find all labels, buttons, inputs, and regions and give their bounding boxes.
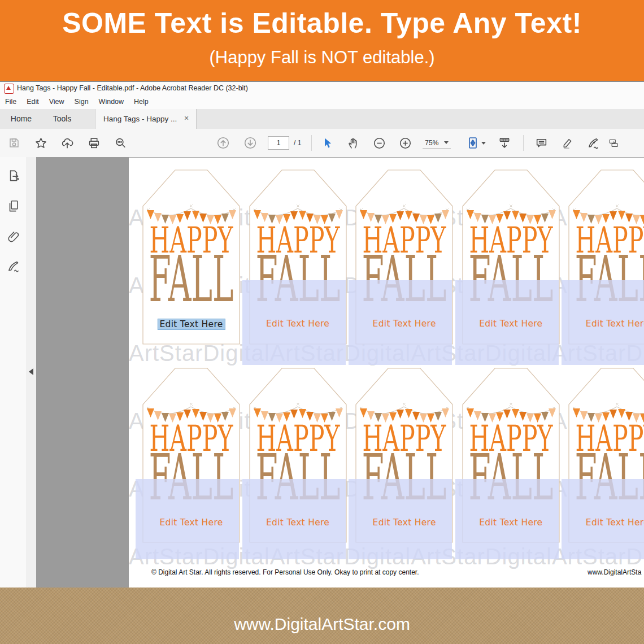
bottom-banner: www.DigitalArtStar.com [0, 588, 644, 644]
stamp-button[interactable] [608, 133, 620, 153]
title-bar: Hang Tags - Happy Fall - Editable.pdf - … [0, 82, 644, 95]
page-total-label: / 1 [294, 139, 301, 147]
zoom-in-button[interactable] [395, 133, 415, 153]
export-pdf-button[interactable] [6, 168, 21, 183]
left-tool-rail [0, 157, 27, 588]
main-toolbar: / 1 75% [0, 129, 644, 158]
menu-item-sign[interactable]: Sign [69, 95, 94, 106]
highlight-button[interactable] [558, 133, 577, 153]
comment-button[interactable] [532, 133, 551, 153]
bottom-banner-url: www.DigitalArtStar.com [0, 615, 644, 634]
editable-field-selected-text[interactable]: Edit Text Here [157, 319, 225, 330]
page-footer-url: www.DigitalArtSta [588, 568, 644, 576]
highlight-icon [561, 137, 574, 150]
tag-word-fall: FALL [149, 242, 234, 316]
previous-page-button[interactable] [214, 133, 233, 153]
tab-bar: Home Tools Hang Tags - Happy ... × [0, 109, 644, 129]
save-icon [8, 137, 20, 149]
editable-field-text[interactable]: Edit Text Here [479, 319, 542, 329]
copy-pages-icon [6, 199, 21, 214]
export-pdf-icon [6, 168, 21, 183]
editable-field-text[interactable]: Edit Text Here [373, 517, 436, 528]
tab-document-label: Hang Tags - Happy ... [103, 109, 177, 129]
fill-sign-button[interactable] [584, 133, 603, 153]
save-button[interactable] [5, 133, 24, 153]
menu-item-edit[interactable]: Edit [21, 95, 44, 106]
tab-document[interactable]: Hang Tags - Happy ... × [95, 109, 197, 129]
scroll-mode-button[interactable] [495, 133, 514, 153]
star-icon [34, 137, 47, 150]
print-button[interactable] [84, 133, 103, 153]
fit-page-button[interactable] [464, 133, 487, 153]
page-footer-copyright: © Digital Art Star. All rights reserved.… [151, 568, 419, 576]
attachments-button[interactable] [6, 229, 21, 244]
fill-sign-icon [586, 136, 600, 150]
scroll-mode-icon [498, 136, 511, 150]
zoom-level-dropdown[interactable]: 75% [423, 138, 451, 149]
editable-field-text[interactable]: Edit Text Here [479, 517, 542, 528]
pane-splitter[interactable] [27, 157, 36, 588]
attachment-paperclip-icon [6, 229, 21, 244]
tab-tools[interactable]: Tools [42, 109, 82, 129]
cloud-upload-icon [60, 136, 74, 150]
find-button[interactable] [111, 133, 130, 153]
menu-item-help[interactable]: Help [129, 95, 154, 106]
chevron-down-icon [444, 141, 449, 144]
editable-field-text[interactable]: Edit Text Here [159, 517, 223, 528]
page-up-icon [216, 136, 230, 150]
signature-button[interactable] [6, 259, 21, 273]
select-cursor-icon [321, 137, 333, 149]
editable-field-text[interactable]: Edit Text Here [373, 319, 436, 329]
tab-close-icon[interactable]: × [181, 114, 192, 124]
screenshot-root: SOME Text is Editable. Type Any Text! (H… [0, 0, 644, 644]
tab-home[interactable]: Home [0, 109, 42, 129]
fit-page-icon [466, 136, 480, 150]
menu-item-file[interactable]: File [0, 95, 21, 106]
acrobat-app-icon [4, 84, 14, 94]
share-upload-button[interactable] [58, 133, 77, 153]
toolbar-separator [523, 135, 524, 151]
editable-field-text[interactable]: Edit Text Here [266, 319, 329, 329]
editable-field-text[interactable]: Edit Text Here [266, 517, 329, 528]
hand-tool-icon [347, 137, 360, 150]
page-down-icon [243, 136, 257, 150]
select-tool-button[interactable] [317, 133, 337, 153]
sign-pen-icon [6, 259, 21, 273]
pdf-viewport: © Digital Art Star. All rights reserved.… [36, 157, 644, 588]
menu-item-view[interactable]: View [44, 95, 69, 106]
toolbar-separator [311, 135, 312, 151]
collapse-pane-icon[interactable] [29, 368, 33, 375]
promo-subline: (Happy Fall is NOT editable.) [0, 47, 644, 68]
hand-tool-button[interactable] [343, 133, 363, 153]
menu-item-window[interactable]: Window [94, 95, 129, 106]
copy-pages-button[interactable] [6, 199, 21, 214]
next-page-button[interactable] [241, 133, 260, 153]
menu-bar: FileEditViewSignWindowHelp [0, 95, 644, 109]
chevron-down-icon [481, 142, 486, 145]
promo-headline: SOME Text is Editable. Type Any Text! [0, 7, 644, 40]
stamp-icon [608, 136, 620, 150]
pdf-page: © Digital Art Star. All rights reserved.… [129, 158, 644, 588]
zoom-level-value: 75% [425, 139, 438, 147]
page-number-input[interactable] [268, 136, 289, 150]
document-workarea: © Digital Art Star. All rights reserved.… [0, 157, 644, 588]
comment-icon [535, 137, 548, 150]
editable-field-text[interactable]: Edit Text Here [586, 319, 644, 329]
zoom-out-button[interactable] [369, 133, 389, 153]
star-button[interactable] [31, 133, 50, 153]
print-icon [88, 137, 101, 150]
window-title: Hang Tags - Happy Fall - Editable.pdf - … [17, 84, 248, 92]
promo-banner: SOME Text is Editable. Type Any Text! (H… [0, 0, 644, 81]
zoom-in-icon [399, 137, 412, 150]
search-icon [114, 137, 127, 150]
zoom-out-icon [373, 137, 386, 150]
editable-field-text[interactable]: Edit Text Here [586, 517, 644, 528]
